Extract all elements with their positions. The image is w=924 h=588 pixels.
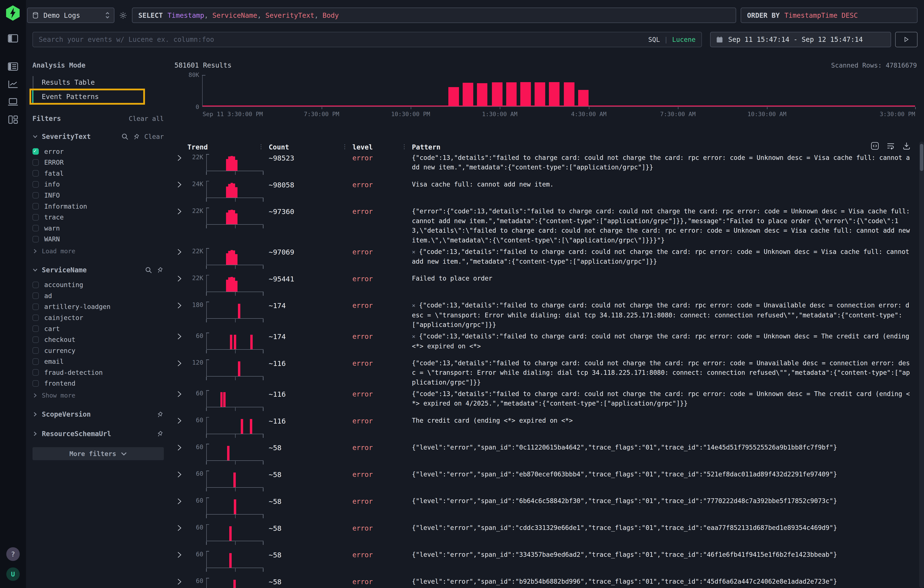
view-code-button[interactable] [871, 142, 879, 150]
row-expand-chevron[interactable] [175, 180, 187, 205]
filter-checkbox-fatal[interactable]: fatal [33, 168, 164, 179]
checkbox-unchecked[interactable] [33, 369, 39, 376]
search-icon[interactable] [145, 267, 152, 273]
row-expand-chevron[interactable] [175, 331, 187, 357]
analysis-mode-event-patterns[interactable]: Event Patterns [32, 91, 143, 103]
filter-group-name[interactable]: ScopeVersion [42, 410, 91, 418]
checkbox-unchecked[interactable] [33, 170, 39, 176]
filter-checkbox-INFO[interactable]: INFO [33, 190, 164, 201]
pattern-row[interactable]: 60~58error{"level":"error","span_id":"6b… [175, 494, 917, 521]
filter-group-name[interactable]: ServiceName [42, 266, 87, 274]
pattern-row[interactable]: 22K~97360error{"error":{"code":13,"detai… [175, 205, 917, 245]
checkbox-unchecked[interactable] [33, 214, 39, 221]
pattern-row[interactable]: 22K~97069error×{"code":13,"details":"fai… [175, 245, 917, 272]
filter-checkbox-accounting[interactable]: accounting [33, 279, 164, 290]
pattern-row[interactable]: 60~58error{"level":"error","span_id":"eb… [175, 468, 917, 495]
row-expand-chevron[interactable] [175, 469, 187, 495]
column-resize-handle[interactable]: ⋮ [342, 143, 348, 150]
pattern-cell[interactable]: {"level":"error","span_id":"6b64c6c58842… [412, 496, 917, 521]
chevron-right-icon[interactable] [33, 393, 38, 398]
clear-filter-button[interactable]: Clear [144, 133, 164, 140]
pattern-cell[interactable]: {"level":"error","span_id":"0c11220615ba… [412, 443, 917, 468]
checkbox-checked[interactable] [33, 148, 39, 155]
filter-checkbox-WARN[interactable]: WARN [33, 234, 164, 245]
column-header-trend[interactable]: Trend⋮ [187, 143, 269, 151]
pattern-row[interactable]: 60~58error{"level":"error","span_id":"0c… [175, 441, 917, 468]
filter-checkbox-Information[interactable]: Information [33, 201, 164, 212]
more-filters-button[interactable]: More filters [33, 447, 164, 460]
row-expand-chevron[interactable] [175, 247, 187, 272]
column-header-count[interactable]: Count⋮ [269, 143, 352, 151]
pattern-row[interactable]: 22K~98523error{"code":13,"details":"fail… [175, 151, 917, 178]
pattern-cell[interactable]: ×{"code":13,"details":"failed to charge … [412, 331, 917, 357]
filter-checkbox-frontend[interactable]: frontend [33, 378, 164, 389]
histogram-bar[interactable] [578, 90, 589, 106]
column-resize-handle[interactable]: ⋮ [401, 143, 407, 150]
show-more-link[interactable]: Show more [33, 390, 164, 400]
scrollbar-thumb[interactable] [920, 144, 923, 171]
checkbox-unchecked[interactable] [33, 225, 39, 231]
checkbox-unchecked[interactable] [33, 181, 39, 188]
pattern-cell[interactable]: {"code":13,"details":"failed to charge c… [412, 358, 917, 387]
histogram-bar[interactable] [520, 82, 531, 106]
checkbox-unchecked[interactable] [33, 293, 39, 299]
filter-checkbox-trace[interactable]: trace [33, 212, 164, 223]
filter-checkbox-cainjector[interactable]: cainjector [33, 312, 164, 323]
pattern-row[interactable]: 180~174error×{"code":13,"details":"faile… [175, 299, 917, 330]
filter-checkbox-warn[interactable]: warn [33, 223, 164, 234]
filter-group-name[interactable]: SeverityText [42, 133, 91, 140]
filter-checkbox-email[interactable]: email [33, 356, 164, 367]
row-expand-chevron[interactable] [175, 523, 187, 548]
source-select[interactable]: Demo Logs [27, 8, 114, 23]
select-query-input[interactable]: SELECT Timestamp, ServiceName, SeverityT… [132, 8, 736, 23]
chevron-down-icon[interactable] [33, 267, 38, 273]
pattern-cell[interactable]: {"error":{"code":13,"details":"failed to… [412, 206, 917, 245]
filter-checkbox-ERROR[interactable]: ERROR [33, 157, 164, 168]
checkbox-unchecked[interactable] [33, 347, 39, 354]
checkbox-unchecked[interactable] [33, 159, 39, 166]
analysis-mode-results-table[interactable]: Results Table [33, 76, 164, 89]
download-button[interactable] [902, 142, 911, 150]
histogram-bar[interactable] [549, 82, 559, 106]
dismiss-x-icon[interactable]: × [412, 249, 416, 255]
pin-icon[interactable] [156, 430, 164, 437]
filter-checkbox-ad[interactable]: ad [33, 290, 164, 301]
filter-checkbox-artillery-loadgen[interactable]: artillery-loadgen [33, 301, 164, 313]
checkbox-unchecked[interactable] [33, 325, 39, 332]
filter-group-name[interactable]: ResourceSchemaUrl [42, 430, 111, 438]
column-resize-handle[interactable]: ⋮ [258, 143, 264, 150]
row-expand-chevron[interactable] [175, 550, 187, 575]
row-expand-chevron[interactable] [175, 358, 187, 387]
dismiss-x-icon[interactable]: × [412, 333, 416, 340]
chevron-right-icon[interactable] [33, 412, 38, 417]
checkbox-unchecked[interactable] [33, 315, 39, 321]
toggle-sql[interactable]: SQL [648, 36, 660, 43]
pin-icon[interactable] [156, 266, 164, 273]
source-settings-button[interactable] [114, 8, 132, 23]
pattern-row[interactable]: 60~58error{"level":"error","span_id":"cd… [175, 521, 917, 548]
pattern-cell[interactable]: ×{"code":13,"details":"failed to charge … [412, 300, 917, 330]
row-expand-chevron[interactable] [175, 273, 187, 299]
row-expand-chevron[interactable] [175, 153, 187, 178]
show-more-link[interactable]: Load more [33, 246, 164, 256]
filter-checkbox-error[interactable]: error [33, 146, 164, 157]
app-logo-icon[interactable] [5, 5, 21, 21]
pattern-cell[interactable]: ×{"code":13,"details":"failed to charge … [412, 247, 917, 272]
checkbox-unchecked[interactable] [33, 236, 39, 242]
sidebar-toggle-icon[interactable] [5, 31, 21, 46]
avatar[interactable]: U [6, 567, 20, 581]
pattern-row[interactable]: 60~116errorThe credit card (ending <*> e… [175, 414, 917, 441]
toggle-lucene[interactable]: Lucene [672, 36, 696, 43]
pattern-cell[interactable]: Visa cache full: cannot add new item. [412, 180, 917, 205]
histogram-bar[interactable] [564, 82, 574, 106]
dismiss-x-icon[interactable]: × [412, 302, 416, 309]
row-expand-chevron[interactable] [175, 496, 187, 521]
histogram-bar[interactable] [535, 82, 545, 106]
search-icon[interactable] [121, 133, 129, 140]
chevron-right-icon[interactable] [33, 431, 38, 436]
pin-icon[interactable] [156, 410, 164, 418]
pattern-cell[interactable]: Failed to place order [412, 273, 917, 299]
column-header-level[interactable]: level⋮ [352, 143, 412, 151]
row-expand-chevron[interactable] [175, 416, 187, 441]
histogram-bar[interactable] [463, 83, 473, 106]
